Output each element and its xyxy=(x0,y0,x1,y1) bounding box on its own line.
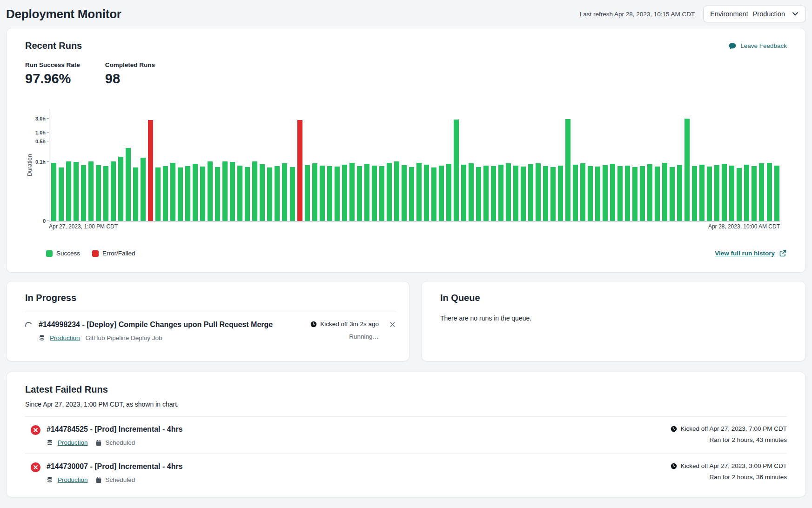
view-full-run-history-link[interactable]: View full run history xyxy=(715,249,787,257)
run-bar-success[interactable] xyxy=(193,164,198,221)
run-bar-success[interactable] xyxy=(260,164,265,221)
run-bar-success[interactable] xyxy=(379,166,384,221)
run-bar-success[interactable] xyxy=(402,165,407,221)
run-bar-failed[interactable] xyxy=(148,120,153,221)
run-bar-success[interactable] xyxy=(282,163,287,221)
run-bar-success[interactable] xyxy=(81,165,86,221)
run-bar-success[interactable] xyxy=(767,163,772,221)
run-bar-success[interactable] xyxy=(141,158,146,221)
run-bar-success[interactable] xyxy=(655,167,660,221)
run-bar-success[interactable] xyxy=(394,161,399,221)
run-bar-success[interactable] xyxy=(230,162,235,221)
run-bar-success[interactable] xyxy=(714,165,719,221)
run-bar-success[interactable] xyxy=(305,165,310,221)
run-bar-success[interactable] xyxy=(662,163,667,221)
run-bar-success[interactable] xyxy=(595,167,600,221)
run-bar-success[interactable] xyxy=(349,163,355,221)
run-bar-success[interactable] xyxy=(640,166,645,221)
run-bar-success[interactable] xyxy=(513,166,518,221)
run-bar-success[interactable] xyxy=(506,163,511,221)
run-bar-success[interactable] xyxy=(409,167,414,221)
run-bar-success[interactable] xyxy=(245,167,250,221)
environment-dropdown[interactable]: Environment Production xyxy=(703,6,806,22)
run-bar-success[interactable] xyxy=(51,163,56,221)
run-bar-success[interactable] xyxy=(647,164,652,221)
environment-link[interactable]: Production xyxy=(50,334,80,341)
run-bar-success[interactable] xyxy=(387,163,392,221)
run-bar-success[interactable] xyxy=(163,166,168,221)
run-bar-success[interactable] xyxy=(267,167,272,221)
run-bar-success[interactable] xyxy=(446,164,451,221)
run-bar-success[interactable] xyxy=(476,167,481,221)
environment-link[interactable]: Production xyxy=(58,439,88,446)
run-bar-success[interactable] xyxy=(699,165,705,221)
run-bar-success[interactable] xyxy=(335,167,340,221)
run-bar-success[interactable] xyxy=(543,166,548,221)
run-bar-success[interactable] xyxy=(707,167,712,221)
run-bar-success[interactable] xyxy=(528,164,533,221)
run-bar-success[interactable] xyxy=(327,166,332,221)
run-bar-success[interactable] xyxy=(252,161,257,221)
run-bar-success[interactable] xyxy=(617,166,623,221)
run-bar-success[interactable] xyxy=(536,163,541,221)
run-bar-success[interactable] xyxy=(483,166,489,221)
run-bar-success[interactable] xyxy=(96,165,101,221)
run-bar-success[interactable] xyxy=(185,166,190,221)
run-bar-success[interactable] xyxy=(357,166,362,221)
run-bar-success[interactable] xyxy=(312,163,317,221)
leave-feedback-link[interactable]: Leave Feedback xyxy=(728,42,787,50)
run-bar-success[interactable] xyxy=(155,167,161,221)
run-bar-success[interactable] xyxy=(74,162,79,221)
run-bar-success[interactable] xyxy=(103,166,108,221)
run-bar-success[interactable] xyxy=(603,165,608,221)
run-bar-success[interactable] xyxy=(558,166,563,221)
run-bar-success[interactable] xyxy=(670,167,675,221)
run-bar-success[interactable] xyxy=(491,166,496,221)
run-bar-success[interactable] xyxy=(111,161,116,221)
run-bar-success[interactable] xyxy=(290,167,295,221)
run-bar-success[interactable] xyxy=(677,165,682,221)
run-bar-success[interactable] xyxy=(416,163,422,221)
close-icon[interactable] xyxy=(389,321,396,328)
run-bar-success[interactable] xyxy=(744,165,749,221)
run-bar-success[interactable] xyxy=(342,165,347,221)
run-bar-success[interactable] xyxy=(237,166,242,221)
run-bar-success[interactable] xyxy=(684,119,690,221)
run-bar-success[interactable] xyxy=(729,166,734,221)
run-bar-success[interactable] xyxy=(133,167,138,221)
run-bar-success[interactable] xyxy=(170,163,175,221)
run-bar-failed[interactable] xyxy=(297,120,302,221)
run-bar-success[interactable] xyxy=(580,163,585,221)
run-bar-success[interactable] xyxy=(275,166,280,221)
environment-link[interactable]: Production xyxy=(58,476,88,483)
run-bar-success[interactable] xyxy=(521,167,526,221)
run-bar-success[interactable] xyxy=(59,167,64,221)
run-bar-success[interactable] xyxy=(222,161,228,221)
run-bar-success[interactable] xyxy=(66,161,71,221)
run-bar-success[interactable] xyxy=(178,167,183,221)
run-bar-success[interactable] xyxy=(461,165,466,221)
run-bar-success[interactable] xyxy=(320,166,325,221)
run-bar-success[interactable] xyxy=(573,165,578,221)
run-bar-success[interactable] xyxy=(208,161,213,221)
run-bar-success[interactable] xyxy=(550,167,556,221)
run-bar-success[interactable] xyxy=(424,165,429,221)
run-bar-success[interactable] xyxy=(469,163,474,221)
run-bar-success[interactable] xyxy=(126,148,131,221)
run-bar-success[interactable] xyxy=(625,166,630,221)
run-bar-success[interactable] xyxy=(632,167,638,221)
run-bar-success[interactable] xyxy=(372,166,377,221)
run-bar-success[interactable] xyxy=(692,166,697,221)
run-bar-success[interactable] xyxy=(774,166,779,221)
run-bar-success[interactable] xyxy=(722,164,727,221)
run-bar-success[interactable] xyxy=(88,161,94,221)
run-bar-success[interactable] xyxy=(737,168,742,221)
run-bar-success[interactable] xyxy=(759,163,764,221)
run-bar-success[interactable] xyxy=(215,167,220,221)
run-bar-success[interactable] xyxy=(588,166,593,221)
run-bar-success[interactable] xyxy=(454,120,459,221)
run-bar-success[interactable] xyxy=(752,166,757,221)
run-bar-success[interactable] xyxy=(439,166,444,221)
run-bar-success[interactable] xyxy=(364,164,369,221)
run-bar-success[interactable] xyxy=(498,165,503,221)
